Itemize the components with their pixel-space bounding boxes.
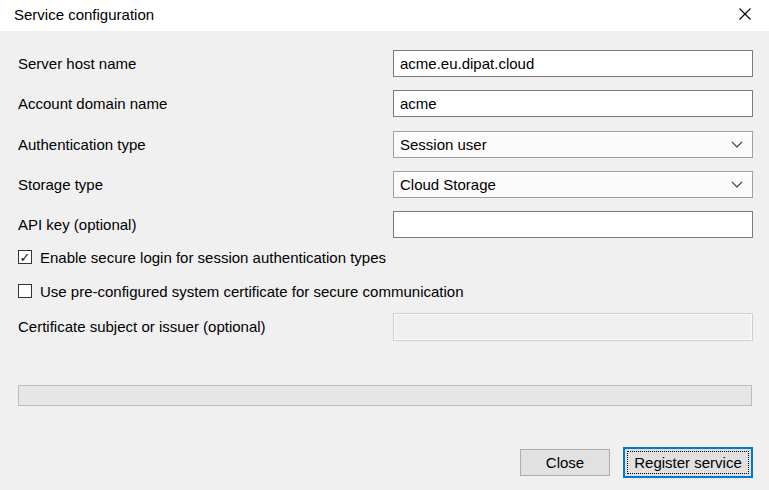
titlebar: Service configuration <box>0 0 769 31</box>
enable-secure-login-label: Enable secure login for session authenti… <box>40 249 386 266</box>
authentication-type-label: Authentication type <box>18 131 378 158</box>
checkbox-unchecked-icon <box>18 284 32 298</box>
dialog-title: Service configuration <box>14 0 154 31</box>
storage-type-select[interactable]: Cloud Storage <box>393 171 753 198</box>
close-dialog-button-label: Close <box>546 454 584 471</box>
close-button[interactable] <box>725 0 765 31</box>
use-system-certificate-label: Use pre-configured system certificate fo… <box>40 283 464 300</box>
storage-type-value: Cloud Storage <box>400 176 496 193</box>
close-dialog-button[interactable]: Close <box>520 449 610 476</box>
close-icon <box>738 7 752 25</box>
account-domain-name-label: Account domain name <box>18 90 378 117</box>
api-key-label: API key (optional) <box>18 211 378 238</box>
enable-secure-login-checkbox[interactable]: ✓ Enable secure login for session authen… <box>18 249 386 265</box>
server-host-name-label: Server host name <box>18 50 378 77</box>
register-service-button[interactable]: Register service <box>623 447 753 478</box>
register-service-button-label: Register service <box>634 454 742 471</box>
authentication-type-value: Session user <box>400 136 487 153</box>
api-key-input[interactable] <box>393 211 753 238</box>
storage-type-label: Storage type <box>18 171 378 198</box>
checkmark-glyph: ✓ <box>20 251 31 264</box>
chevron-down-icon <box>731 141 743 148</box>
chevron-down-icon <box>731 181 743 188</box>
authentication-type-select[interactable]: Session user <box>393 131 753 158</box>
account-domain-name-input[interactable] <box>393 90 753 117</box>
use-system-certificate-checkbox[interactable]: Use pre-configured system certificate fo… <box>18 283 464 299</box>
server-host-name-input[interactable] <box>393 50 753 77</box>
certificate-subject-input-disabled <box>393 313 753 341</box>
certificate-subject-label: Certificate subject or issuer (optional) <box>18 313 378 341</box>
checkbox-checked-icon: ✓ <box>18 250 32 264</box>
progress-bar <box>18 385 752 406</box>
